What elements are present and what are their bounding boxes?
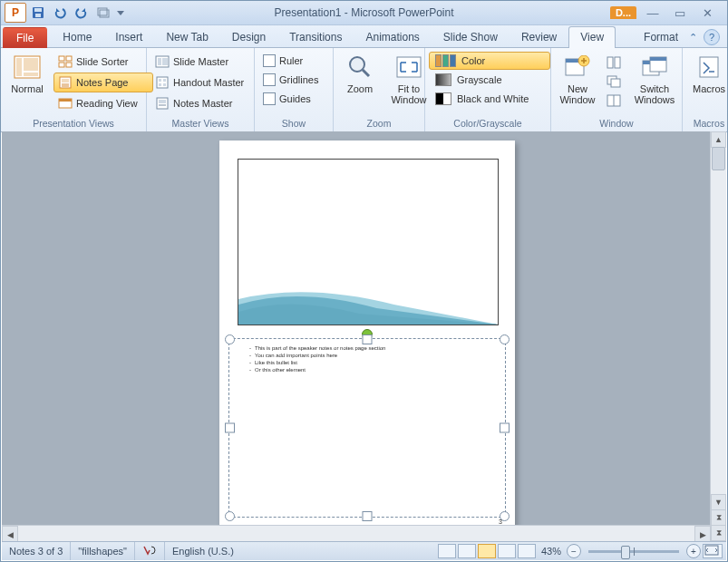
selection-handle[interactable] bbox=[500, 334, 510, 344]
undo-icon[interactable] bbox=[50, 3, 70, 23]
ruler-checkbox[interactable]: Ruler bbox=[258, 52, 329, 70]
powerpoint-icon[interactable]: P bbox=[5, 3, 26, 23]
notes-text[interactable]: This is part of the speaker notes or not… bbox=[249, 344, 496, 373]
notes-page-button[interactable]: Notes Page bbox=[53, 73, 153, 92]
status-language[interactable]: English (U.S.) bbox=[165, 542, 241, 560]
notes-master-button[interactable]: Notes Master bbox=[150, 93, 250, 113]
svg-rect-18 bbox=[59, 99, 72, 102]
svg-rect-23 bbox=[159, 79, 161, 82]
color-button[interactable]: Color bbox=[429, 52, 550, 70]
status-bar: Notes 3 of 3 "fillshapes" English (U.S.)… bbox=[2, 541, 726, 560]
workspace: This is part of the speaker notes or not… bbox=[2, 131, 726, 541]
slide-master-button[interactable]: Slide Master bbox=[150, 52, 250, 72]
guides-checkbox[interactable]: Guides bbox=[258, 90, 329, 108]
black-and-white-button[interactable]: Black and White bbox=[429, 90, 550, 108]
sorter-view-icon[interactable] bbox=[458, 544, 476, 558]
new-window-button[interactable]: New Window bbox=[555, 50, 600, 108]
checkbox-icon bbox=[263, 73, 276, 86]
selection-handle[interactable] bbox=[225, 423, 235, 433]
vertical-scrollbar[interactable]: ▲ ▼ ⧗ ⧗ bbox=[710, 131, 726, 541]
tab-slideshow[interactable]: Slide Show bbox=[432, 26, 510, 48]
normal-view-button[interactable]: Normal bbox=[5, 50, 50, 97]
normal-view-icon[interactable] bbox=[438, 544, 456, 558]
svg-rect-39 bbox=[611, 79, 620, 87]
context-tab-header: D... bbox=[610, 6, 636, 19]
restore-button[interactable]: ▭ bbox=[669, 5, 691, 20]
minimize-button[interactable]: — bbox=[642, 5, 664, 20]
slideshow-view-icon[interactable] bbox=[518, 544, 536, 558]
group-show: Ruler Gridlines Guides Show bbox=[255, 48, 334, 131]
tab-format[interactable]: Format bbox=[632, 26, 690, 48]
svg-rect-45 bbox=[650, 57, 666, 61]
svg-rect-21 bbox=[162, 58, 168, 65]
zoom-button[interactable]: Zoom bbox=[337, 50, 383, 97]
zoom-knob[interactable] bbox=[621, 546, 630, 559]
zoom-in-button[interactable]: + bbox=[686, 544, 701, 558]
grayscale-button[interactable]: Grayscale bbox=[429, 71, 550, 89]
svg-rect-26 bbox=[163, 83, 166, 86]
zoom-out-button[interactable]: − bbox=[567, 544, 581, 558]
svg-rect-9 bbox=[59, 56, 64, 61]
tab-view[interactable]: View bbox=[568, 26, 616, 48]
quick-access-toolbar: P bbox=[1, 3, 126, 23]
tab-home[interactable]: Home bbox=[51, 26, 103, 48]
minimize-ribbon-icon[interactable]: ⌃ bbox=[685, 30, 700, 44]
scroll-left-icon[interactable]: ◀ bbox=[2, 526, 18, 541]
tab-review[interactable]: Review bbox=[510, 26, 568, 48]
tab-file[interactable]: File bbox=[3, 27, 47, 48]
tab-insert[interactable]: Insert bbox=[103, 26, 154, 48]
qat-more-icon[interactable] bbox=[93, 3, 113, 23]
cascade-button[interactable] bbox=[604, 73, 627, 91]
ribbon-help: ⌃ ? bbox=[685, 29, 720, 45]
zoom-value[interactable]: 43% bbox=[541, 546, 561, 557]
tab-newtab[interactable]: New Tab bbox=[154, 26, 219, 48]
selection-handle[interactable] bbox=[225, 334, 235, 344]
status-spellcheck[interactable] bbox=[135, 542, 165, 560]
fit-to-window-icon[interactable] bbox=[703, 544, 723, 558]
svg-rect-12 bbox=[66, 63, 72, 67]
selection-handle[interactable] bbox=[363, 511, 373, 521]
scroll-thumb[interactable] bbox=[712, 147, 725, 170]
reading-view-button[interactable]: Reading View bbox=[53, 93, 153, 113]
selection-handle[interactable] bbox=[500, 423, 510, 433]
selection-handle[interactable] bbox=[225, 511, 235, 521]
scroll-down-icon[interactable]: ▼ bbox=[711, 494, 726, 510]
tab-animations[interactable]: Animations bbox=[354, 26, 431, 48]
save-icon[interactable] bbox=[28, 3, 48, 23]
move-split-button[interactable] bbox=[604, 92, 627, 110]
close-button[interactable]: ✕ bbox=[696, 5, 718, 20]
notes-view-icon[interactable] bbox=[478, 544, 496, 558]
status-notes-count[interactable]: Notes 3 of 3 bbox=[2, 542, 71, 560]
arrange-all-button[interactable] bbox=[604, 53, 627, 72]
svg-rect-24 bbox=[163, 79, 166, 82]
notes-page[interactable]: This is part of the speaker notes or not… bbox=[219, 140, 515, 530]
prev-slide-icon[interactable]: ⧗ bbox=[711, 509, 726, 526]
group-color-grayscale: Color Grayscale Black and White Color/Gr… bbox=[425, 48, 551, 131]
tab-transitions[interactable]: Transitions bbox=[277, 26, 354, 48]
window-controls: D... — ▭ ✕ bbox=[610, 1, 727, 24]
tab-design[interactable]: Design bbox=[220, 26, 277, 48]
next-slide-icon[interactable]: ⧗ bbox=[711, 525, 726, 541]
help-icon[interactable]: ? bbox=[704, 29, 720, 45]
svg-rect-37 bbox=[615, 57, 620, 68]
scroll-up-icon[interactable]: ▲ bbox=[711, 131, 726, 148]
checkbox-icon bbox=[263, 92, 276, 105]
status-theme[interactable]: "fillshapes" bbox=[71, 542, 135, 560]
reading-view-icon[interactable] bbox=[498, 544, 516, 558]
switch-windows-button[interactable]: Switch Windows bbox=[631, 50, 678, 108]
zoom-slider[interactable] bbox=[588, 550, 679, 553]
slide-sorter-button[interactable]: Slide Sorter bbox=[53, 52, 153, 72]
redo-icon[interactable] bbox=[72, 3, 92, 23]
slide-thumbnail[interactable] bbox=[238, 159, 499, 325]
notes-line: You can add important points here bbox=[249, 352, 496, 359]
horizontal-scrollbar[interactable]: ◀ ▶ bbox=[2, 525, 711, 541]
svg-rect-11 bbox=[59, 63, 64, 67]
scroll-right-icon[interactable]: ▶ bbox=[694, 526, 711, 541]
macros-button[interactable]: Macros bbox=[686, 50, 728, 97]
qat-dropdown-icon[interactable] bbox=[115, 3, 126, 23]
selection-handle[interactable] bbox=[363, 334, 373, 344]
notes-text-box[interactable]: This is part of the speaker notes or not… bbox=[228, 338, 506, 518]
svg-rect-22 bbox=[157, 77, 168, 88]
gridlines-checkbox[interactable]: Gridlines bbox=[258, 71, 329, 89]
handout-master-button[interactable]: Handout Master bbox=[150, 73, 250, 92]
